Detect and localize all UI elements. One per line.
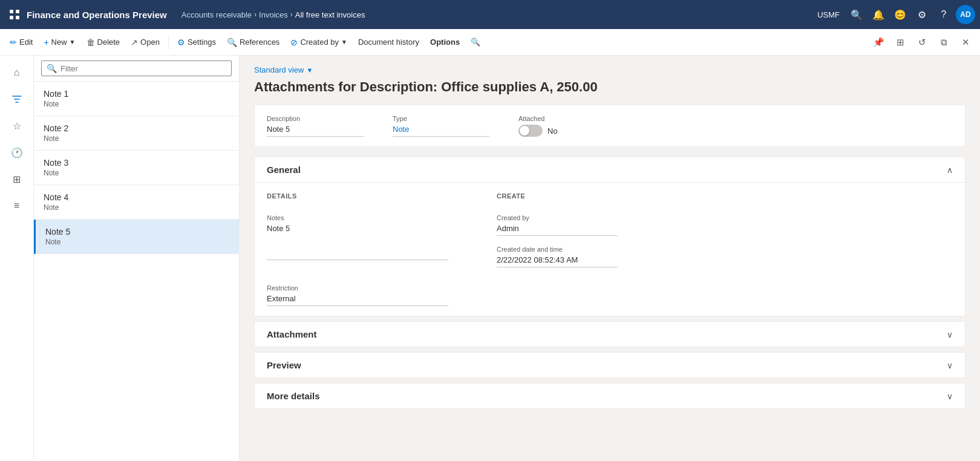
- list-panel: 🔍 Note 1 Note Note 2 Note Note 3 Note No…: [34, 56, 240, 461]
- breadcrumb-accounts-receivable[interactable]: Accounts receivable: [181, 10, 252, 19]
- attachment-section-title: Attachment: [267, 329, 317, 339]
- breadcrumb-all-free-text-invoices[interactable]: All free text invoices: [295, 10, 365, 19]
- toggle-knob: [520, 126, 529, 136]
- popout-button[interactable]: ⧉: [934, 33, 953, 52]
- created-date-value: 2/22/2022 08:52:43 AM: [497, 255, 618, 267]
- search-nav-button[interactable]: 🔍: [847, 5, 866, 24]
- attachment-section-header[interactable]: Attachment ∨: [255, 322, 965, 347]
- new-button[interactable]: + New ▼: [39, 35, 80, 50]
- attachment-chevron-icon: ∨: [947, 330, 953, 339]
- created-by-dropdown-icon: ▼: [341, 39, 347, 45]
- open-button[interactable]: ↗ Open: [126, 35, 165, 50]
- close-button[interactable]: ✕: [956, 33, 975, 52]
- pin-button[interactable]: 📌: [869, 33, 888, 52]
- filter-input-wrap: 🔍: [41, 60, 232, 76]
- notes-label: Notes: [267, 214, 448, 221]
- created-by-label: Created by: [497, 214, 618, 221]
- more-details-section-header[interactable]: More details ∨: [255, 384, 965, 408]
- attached-toggle[interactable]: [518, 125, 543, 137]
- help-button[interactable]: ?: [934, 5, 953, 24]
- delete-button[interactable]: 🗑 Delete: [82, 35, 125, 50]
- filter-input[interactable]: [60, 64, 226, 73]
- detail-panel: Standard view ▼ Attachments for Descript…: [240, 56, 980, 461]
- list-item[interactable]: Note 1 Note: [34, 82, 239, 116]
- created-by-button[interactable]: ⊘ Created by ▼: [286, 35, 352, 50]
- toolbar-right: 📌 ⊞ ↺ ⧉ ✕: [869, 33, 975, 52]
- breadcrumb-invoices[interactable]: Invoices: [259, 10, 288, 19]
- references-icon: 🔍: [227, 38, 237, 47]
- nav-right: USMF 🔍 🔔 😊 ⚙ ? AD: [817, 5, 975, 24]
- main-layout: ⌂ ☆ 🕐 ⊞ ≡ 🔍 Note 1 Note Note 2 Note: [0, 56, 980, 461]
- sidebar-grid-icon[interactable]: ⊞: [5, 167, 29, 191]
- general-columns: DETAILS Notes Note 5 Restriction Externa…: [267, 192, 953, 306]
- refresh-button[interactable]: ↺: [912, 33, 932, 52]
- preview-section: Preview ∨: [254, 352, 965, 378]
- list-item[interactable]: Note 4 Note: [34, 185, 239, 220]
- general-section-header[interactable]: General ∧: [255, 157, 965, 183]
- sidebar-star-icon[interactable]: ☆: [5, 114, 29, 138]
- list-item[interactable]: Note 3 Note: [34, 151, 239, 185]
- options-button[interactable]: Options: [425, 35, 465, 49]
- filter-bar: 🔍: [34, 56, 239, 82]
- top-nav: Finance and Operations Preview Accounts …: [0, 0, 980, 29]
- filter-search-icon: 🔍: [47, 64, 57, 73]
- preview-section-title: Preview: [267, 360, 301, 370]
- app-title: Finance and Operations Preview: [27, 10, 167, 20]
- more-details-section: More details ∨: [254, 383, 965, 409]
- general-chevron-icon: ∧: [947, 165, 953, 175]
- type-field-group: Type Note: [393, 115, 489, 137]
- edit-button[interactable]: ✏ Edit: [5, 35, 38, 50]
- created-by-field: Created by Admin: [497, 214, 618, 236]
- toolbar: ✏ Edit + New ▼ 🗑 Delete ↗ Open ⚙ Setting…: [0, 29, 980, 56]
- description-value: Note 5: [267, 125, 364, 137]
- list-item[interactable]: Note 2 Note: [34, 116, 239, 151]
- sidebar-list-icon[interactable]: ≡: [5, 194, 29, 218]
- app-menu-button[interactable]: [5, 5, 24, 24]
- notes-value[interactable]: Note 5: [267, 224, 448, 260]
- org-label: USMF: [817, 10, 840, 19]
- restriction-value: External: [267, 294, 448, 306]
- restriction-label: Restriction: [267, 284, 448, 292]
- svg-rect-3: [16, 16, 19, 19]
- general-section-title: General: [267, 165, 301, 175]
- avatar[interactable]: AD: [956, 5, 975, 24]
- more-details-chevron-icon: ∨: [947, 391, 953, 401]
- document-history-button[interactable]: Document history: [353, 35, 424, 49]
- notifications-button[interactable]: 🔔: [869, 5, 888, 24]
- notes-field: Notes Note 5: [267, 214, 448, 260]
- view-selector[interactable]: Standard view ▼: [254, 65, 965, 74]
- sidebar-filter-icon[interactable]: [5, 87, 29, 111]
- attachment-section: Attachment ∨: [254, 321, 965, 347]
- attached-toggle-label: No: [547, 126, 558, 136]
- create-column: CREATE Created by Admin Created date and…: [497, 192, 618, 306]
- breadcrumb: Accounts receivable › Invoices › All fre…: [181, 10, 817, 19]
- preview-section-header[interactable]: Preview ∨: [255, 353, 965, 378]
- type-value: Note: [393, 125, 489, 137]
- toolbar-search-button[interactable]: 🔍: [466, 35, 485, 49]
- more-details-section-title: More details: [267, 391, 320, 401]
- details-column: DETAILS Notes Note 5 Restriction Externa…: [267, 192, 448, 306]
- settings-nav-button[interactable]: ⚙: [912, 5, 932, 24]
- emoji-button[interactable]: 😊: [890, 5, 910, 24]
- list-item-selected[interactable]: Note 5 Note: [34, 220, 239, 254]
- attached-label: Attached: [518, 115, 615, 122]
- open-icon: ↗: [131, 38, 138, 47]
- references-button[interactable]: 🔍 References: [222, 35, 284, 50]
- create-col-header: CREATE: [497, 192, 618, 200]
- sidebar-recent-icon[interactable]: 🕐: [5, 140, 29, 165]
- new-dropdown-icon: ▼: [70, 39, 76, 45]
- created-by-value: Admin: [497, 224, 618, 236]
- sidebar-home-icon[interactable]: ⌂: [5, 60, 29, 85]
- svg-rect-1: [16, 10, 19, 13]
- preview-chevron-icon: ∨: [947, 361, 953, 370]
- settings-icon: ⚙: [177, 38, 185, 47]
- toggle-wrap: No: [518, 125, 615, 137]
- settings-button[interactable]: ⚙ Settings: [172, 35, 221, 50]
- toolbar-separator-1: [168, 35, 169, 50]
- breadcrumb-sep-2: ›: [290, 10, 293, 19]
- description-label: Description: [267, 115, 364, 122]
- svg-rect-0: [10, 10, 13, 13]
- svg-rect-2: [10, 16, 13, 19]
- left-sidebar: ⌂ ☆ 🕐 ⊞ ≡: [0, 56, 34, 461]
- expand-button[interactable]: ⊞: [890, 33, 910, 52]
